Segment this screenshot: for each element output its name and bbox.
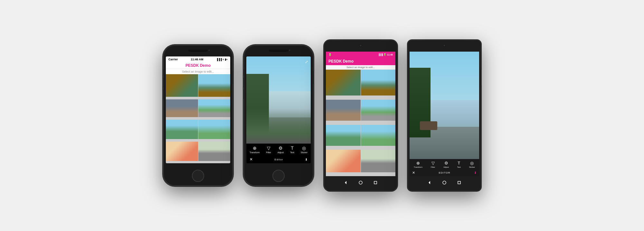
svg-point-4 — [443, 181, 446, 184]
toolbar-text[interactable]: T Text — [290, 146, 294, 154]
android-power-3 — [397, 69, 398, 85]
power-button — [233, 71, 234, 84]
photo-cell-street[interactable] — [198, 142, 231, 161]
android-back-button[interactable] — [343, 180, 349, 186]
android-sticker-label: Sticker — [469, 166, 475, 168]
wifi-icon: ▿ — [223, 58, 224, 61]
iphone-camera-2 — [289, 49, 291, 51]
photo-cell-waterfall-3[interactable] — [326, 125, 361, 146]
android-transform-label: Transform — [414, 166, 422, 168]
app-title-1: PESDK Demo — [168, 63, 228, 68]
download-button-ios[interactable]: ⬇ — [305, 158, 308, 161]
svg-rect-2 — [374, 181, 377, 184]
iphone-home-button-2[interactable] — [272, 170, 285, 182]
android-close-button[interactable]: ✕ — [412, 171, 415, 175]
android-status-icons: ▐▐▐ 🔋 11:48 — [378, 53, 393, 56]
android-recents-button[interactable] — [373, 180, 378, 186]
photo-cell-desk[interactable] — [166, 142, 198, 161]
toolbar-sticker[interactable]: ◎ Sticker — [301, 146, 308, 154]
android-screen-3: 🔋 ▐▐▐ 🔋 11:48 PESDK Demo Select an image… — [326, 52, 395, 176]
android-toolbar-filter[interactable]: ▽ Filter — [431, 161, 435, 168]
photo-cell-laptop-3[interactable] — [326, 70, 361, 95]
time-label: 11:46 AM — [191, 58, 203, 61]
iphone-home-button-1[interactable] — [192, 170, 204, 182]
editor-toolbar-ios: ⊕ Transform ▽ Filter ⚙ Adjust T Text — [246, 144, 311, 156]
driftwood-android — [420, 121, 437, 130]
android-toolbar-sticker[interactable]: ◎ Sticker — [469, 161, 475, 168]
signal-icon: ▐▐▐ — [216, 58, 222, 61]
android-adjust-icon: ⚙ — [444, 161, 448, 166]
android-home-button[interactable] — [358, 180, 364, 186]
mute-button-2 — [243, 69, 244, 75]
photo-cell-forest-3[interactable] — [361, 100, 396, 121]
android-filter-icon: ▽ — [431, 161, 435, 166]
photo-cell-mountain[interactable] — [198, 74, 231, 97]
android-transform-icon: ⊕ — [416, 161, 420, 166]
android-screen-4: ⊕ Transform ▽ Filter ⚙ Adjust T Text — [410, 52, 479, 176]
ground-layer — [246, 117, 311, 144]
editor-photo-android — [410, 52, 479, 159]
android-select-text-3: Select an image to edit... — [326, 65, 395, 70]
volume-down-button-2 — [243, 90, 244, 99]
crop-handles[interactable]: ⤢ — [305, 60, 308, 64]
ios-status-bar-1: Carrier 11:46 AM ▐▐▐ ▿ ▮+ — [166, 56, 230, 62]
android-filter-label: Filter — [431, 166, 435, 168]
phone-4-android: ⊕ Transform ▽ Filter ⚙ Adjust T Text — [407, 40, 481, 191]
photo-grid-1[interactable] — [166, 74, 230, 163]
status-icons: ▐▐▐ ▿ ▮+ — [216, 58, 228, 61]
android-battery-icon: 🔋 — [328, 53, 332, 56]
editor-bottom-bar: ✕ Editor ⬇ — [246, 156, 311, 163]
svg-marker-0 — [345, 181, 346, 184]
trees-layer — [246, 74, 269, 144]
iphone-screen-2: ⤢ ⊕ Transform ▽ Filter ⚙ Adjust — [246, 56, 311, 163]
photo-cell-waterfall[interactable] — [166, 120, 198, 139]
toolbar-filter[interactable]: ▽ Filter — [266, 146, 271, 154]
android-appbar-3: PESDK Demo — [326, 57, 395, 65]
adjust-icon: ⚙ — [279, 146, 283, 151]
phones-container: Carrier 11:46 AM ▐▐▐ ▿ ▮+ PESDK Demo Sel… — [0, 0, 644, 231]
mute-button — [162, 69, 163, 75]
carrier-label: Carrier — [168, 58, 178, 61]
photo-grid-3[interactable] — [326, 70, 395, 176]
photo-cell-street-3[interactable] — [361, 150, 396, 172]
android-editor-toolbar: ⊕ Transform ▽ Filter ⚙ Adjust T Text — [410, 159, 479, 169]
phone-1-iphone: Carrier 11:46 AM ▐▐▐ ▿ ▮+ PESDK Demo Sel… — [163, 45, 233, 186]
android-download-button[interactable]: ⬇ — [474, 171, 477, 175]
android-toolbar-adjust[interactable]: ⚙ Adjust — [443, 161, 449, 168]
ios-appbar-1: PESDK Demo — [166, 62, 230, 69]
photo-cell-rocks-3[interactable] — [326, 100, 361, 121]
android-battery-text: 🔋 — [384, 53, 386, 56]
iphone-speaker — [190, 50, 206, 52]
android-sticker-icon: ◎ — [470, 161, 474, 166]
close-button-ios[interactable]: ✕ — [250, 157, 253, 162]
svg-rect-5 — [458, 181, 460, 184]
android-adjust-label: Adjust — [443, 166, 449, 168]
photo-cell-forest[interactable] — [198, 99, 231, 117]
toolbar-transform[interactable]: ⊕ Transform — [250, 146, 260, 154]
android-home-button-4[interactable] — [441, 180, 447, 186]
android-nav-bar-3 — [324, 177, 397, 188]
volume-down-button — [162, 90, 163, 99]
android-status-bar-3: 🔋 ▐▐▐ 🔋 11:48 — [326, 52, 395, 57]
photo-cell-desk-3[interactable] — [326, 150, 361, 172]
android-editor-label: EDITOR — [415, 171, 474, 174]
phone-3-android: 🔋 ▐▐▐ 🔋 11:48 PESDK Demo Select an image… — [324, 40, 398, 191]
android-signal-icon: ▐▐▐ — [378, 54, 383, 56]
android-back-button-4[interactable] — [427, 180, 432, 186]
iphone-camera — [208, 49, 210, 51]
photo-cell-mountain-3[interactable] — [361, 70, 396, 95]
toolbar-adjust[interactable]: ⚙ Adjust — [278, 146, 284, 154]
android-toolbar-transform[interactable]: ⊕ Transform — [414, 161, 422, 168]
android-toolbar-text[interactable]: T Text — [457, 161, 461, 168]
android-recents-button-4[interactable] — [456, 180, 462, 186]
photo-cell-greenroad[interactable] — [198, 120, 231, 139]
android-power-4 — [481, 69, 482, 85]
android-camera-3 — [359, 44, 362, 47]
photo-cell-rocks[interactable] — [166, 99, 198, 117]
android-camera-4 — [443, 44, 446, 47]
sticker-label: Sticker — [301, 151, 308, 154]
text-icon: T — [291, 146, 294, 151]
photo-cell-laptop[interactable] — [166, 74, 198, 97]
select-text-1: Select an image to edit... — [166, 69, 230, 74]
photo-cell-greenroad-3[interactable] — [361, 125, 396, 146]
